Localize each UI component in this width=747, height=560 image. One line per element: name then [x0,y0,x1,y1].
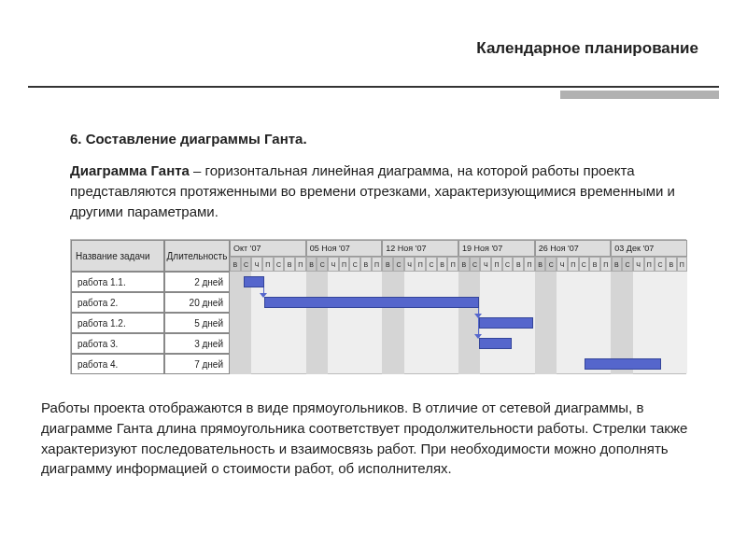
gantt-chart: Название задачи Длительность работа 1.1.… [70,239,686,374]
day-label: Ч [328,257,339,272]
gantt-timeline: Окт '07 05 Ноя '07 12 Ноя '07 19 Ноя '07… [230,240,687,373]
day-label: П [415,257,426,272]
task-name: работа 3. [71,333,164,354]
day-label: В [589,257,600,272]
table-row: работа 4. 7 дней [71,354,230,374]
day-label: В [535,257,546,272]
header-accent [560,91,719,99]
task-name: работа 2. [71,292,164,313]
gantt-bar [264,297,479,308]
col-header-task: Название задачи [71,240,164,272]
day-label: П [568,257,579,272]
day-label: С [426,257,437,272]
day-label: Ч [633,257,644,272]
gantt-bar [479,317,533,329]
day-label: С [622,257,633,272]
day-label: П [677,257,688,272]
week-label: 12 Ноя '07 [382,240,458,257]
day-label: В [306,257,317,272]
day-label: Ч [480,257,491,272]
day-label: С [241,257,252,272]
arrow-head-icon [474,334,482,339]
day-label: В [360,257,372,272]
day-label: В [382,257,393,272]
week-label: 26 Ноя '07 [535,240,612,257]
day-label: П [295,257,306,272]
day-label: П [262,257,274,272]
day-label: С [470,257,481,272]
week-label: 19 Ноя '07 [458,240,535,257]
task-duration: 20 дней [164,292,230,313]
day-label: С [317,257,328,272]
day-label: С [274,257,285,272]
description-paragraph: Работы проекта отображаются в виде прямо… [41,398,704,479]
day-label: В [612,257,623,272]
day-label: П [372,257,383,272]
day-label: С [655,257,666,272]
table-row: работа 1.1. 2 дней [71,272,230,292]
table-row: работа 3. 3 дней [71,333,230,354]
day-label: П [447,257,458,272]
task-duration: 3 дней [164,333,230,354]
week-label: Окт '07 [230,240,306,257]
day-label: П [600,257,612,272]
timeline-weeks: Окт '07 05 Ноя '07 12 Ноя '07 19 Ноя '07… [230,240,687,257]
section-title: 6. Составление диаграммы Ганта. [70,131,307,147]
day-label: С [579,257,590,272]
week-label: 05 Ноя '07 [306,240,383,257]
table-row: работа 1.2. 5 дней [71,313,230,333]
day-label: П [339,257,350,272]
day-label: С [545,257,557,272]
definition-paragraph: Диаграмма Ганта – горизонтальная линейна… [70,161,677,221]
header-rule [28,86,719,88]
page-header: Календарное планирование [476,39,698,58]
day-label: П [524,257,535,272]
day-label: Ч [251,257,262,272]
task-duration: 2 дней [164,272,230,292]
gantt-bar [244,276,264,287]
dependency-arrow [478,308,479,336]
day-label: Ч [404,257,416,272]
day-label: В [230,257,241,272]
task-name: работа 1.2. [71,313,164,333]
gantt-task-table: Название задачи Длительность работа 1.1.… [71,240,230,373]
day-label: С [349,257,360,272]
day-label: В [513,257,524,272]
task-duration: 5 дней [164,313,230,333]
week-label: 03 Дек '07 [611,240,687,257]
gantt-grid [230,272,687,374]
definition-term: Диаграмма Ганта [70,162,190,178]
day-label: П [491,257,502,272]
gantt-bar [479,338,512,349]
task-name: работа 4. [71,354,164,374]
day-label: С [502,257,514,272]
day-label: В [437,257,448,272]
day-label: П [644,257,655,272]
arrow-head-icon [260,293,267,298]
day-label: В [284,257,295,272]
timeline-days: ВСЧПСВПВСЧПСВПВСЧПСВПВСЧПСВПВСЧПСВПВСЧПС… [230,257,687,272]
task-duration: 7 дней [164,354,230,374]
day-label: В [458,257,470,272]
day-label: Ч [557,257,568,272]
day-label: В [666,257,677,272]
day-label: С [393,257,404,272]
task-name: работа 1.1. [71,272,164,292]
gantt-bar [585,358,661,370]
col-header-duration: Длительность [164,240,230,272]
table-row: работа 2. 20 дней [71,292,230,313]
